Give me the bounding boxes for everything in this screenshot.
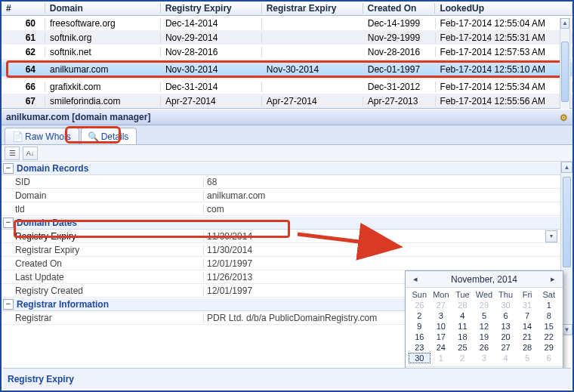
calendar-day[interactable]: 12 bbox=[474, 321, 495, 332]
calendar-day[interactable]: 27 bbox=[495, 342, 517, 353]
calendar-day[interactable]: 6 bbox=[538, 353, 560, 363]
calendar-day[interactable]: 9 bbox=[409, 321, 430, 332]
calendar-day[interactable]: 19 bbox=[474, 332, 495, 342]
calendar-day[interactable]: 17 bbox=[430, 332, 452, 342]
calendar-day[interactable]: 28 bbox=[452, 300, 474, 310]
table-row[interactable]: 62softnik.netNov-28-2016Nov-28-2016Feb-1… bbox=[2, 45, 572, 59]
weekday-header: Sun bbox=[409, 289, 430, 300]
calendar-day[interactable]: 29 bbox=[538, 342, 560, 353]
calendar-day[interactable]: 21 bbox=[517, 332, 539, 342]
prop-row-tld[interactable]: tld com bbox=[2, 202, 560, 216]
calendar-day[interactable]: 20 bbox=[495, 332, 517, 342]
prop-val-registrar-expiry[interactable]: 11/30/2014 bbox=[204, 245, 560, 255]
calendar-day[interactable]: 6 bbox=[495, 310, 517, 321]
alphabetical-view-button[interactable]: A↓ bbox=[23, 147, 38, 160]
cell-number: 66 bbox=[2, 82, 45, 92]
calendar-day[interactable]: 29 bbox=[474, 300, 495, 310]
scroll-thumb[interactable] bbox=[563, 177, 571, 267]
calendar-day[interactable]: 4 bbox=[452, 310, 474, 321]
date-picker-grid: SunMonTueWedThuFriSat2627282930311234567… bbox=[406, 288, 563, 366]
weekday-header: Fri bbox=[517, 289, 539, 300]
cell-lookedup: Feb-17-2014 12:55:56 AM bbox=[436, 96, 572, 106]
cell-created-on: Nov-29-1999 bbox=[363, 32, 436, 43]
date-picker-popup[interactable]: ◂ November, 2014 ▸ SunMonTueWedThuFriSat… bbox=[405, 270, 563, 381]
calendar-day[interactable]: 7 bbox=[517, 310, 539, 321]
prop-key-created-on: Created On bbox=[2, 258, 204, 269]
calendar-day[interactable]: 8 bbox=[538, 310, 560, 321]
table-row[interactable]: 60freesoftware.orgDec-14-2014Dec-14-1999… bbox=[2, 16, 572, 30]
table-row[interactable]: 64anilkumar.comNov-30-2014Nov-30-2014Dec… bbox=[2, 62, 572, 76]
calendar-day[interactable]: 30 bbox=[409, 353, 430, 363]
calendar-day[interactable]: 10 bbox=[430, 321, 452, 332]
collapse-icon[interactable]: − bbox=[3, 299, 14, 310]
calendar-day[interactable]: 5 bbox=[517, 353, 539, 363]
calendar-day[interactable]: 16 bbox=[409, 332, 430, 342]
cell-registrar-expiry: Nov-30-2014 bbox=[262, 64, 363, 75]
calendar-day[interactable]: 25 bbox=[452, 342, 474, 353]
section-title: anilkumar.com [domain manager] bbox=[6, 112, 150, 122]
cell-domain: smileforindia.com bbox=[45, 96, 161, 106]
calendar-day[interactable]: 18 bbox=[452, 332, 474, 342]
category-domain-records[interactable]: − Domain Records bbox=[2, 162, 560, 175]
col-header-domain[interactable]: Domain bbox=[45, 3, 161, 14]
prop-val-domain[interactable]: anilkumar.com bbox=[204, 190, 560, 201]
scroll-up-icon[interactable]: ▲ bbox=[560, 18, 569, 29]
calendar-day[interactable]: 26 bbox=[409, 300, 430, 310]
prev-month-button[interactable]: ◂ bbox=[410, 274, 421, 284]
calendar-day[interactable]: 11 bbox=[452, 321, 474, 332]
calendar-day[interactable]: 5 bbox=[474, 310, 495, 321]
calendar-day[interactable]: 31 bbox=[517, 300, 539, 310]
prop-row-registrar-expiry[interactable]: Registrar Expiry 11/30/2014 bbox=[2, 243, 560, 257]
col-header-lookedup[interactable]: LookedUp bbox=[435, 3, 572, 14]
calendar-day[interactable]: 3 bbox=[430, 310, 452, 321]
dropdown-button[interactable]: ▾ bbox=[545, 230, 557, 242]
calendar-day[interactable]: 1 bbox=[430, 353, 452, 363]
cell-lookedup: Feb-17-2014 12:55:31 AM bbox=[436, 32, 572, 43]
col-header-registrar-expiry[interactable]: Registrar Expiry bbox=[262, 3, 363, 14]
table-row[interactable]: 61softnik.orgNov-29-2014Nov-29-1999Feb-1… bbox=[2, 30, 572, 45]
calendar-day[interactable]: 13 bbox=[495, 321, 517, 332]
calendar-day[interactable]: 14 bbox=[517, 321, 539, 332]
tab-raw-whois[interactable]: 📄 Raw Whois bbox=[5, 128, 79, 144]
gear-icon[interactable]: ⚙ bbox=[557, 112, 569, 124]
cell-registry-expiry: Dec-14-2014 bbox=[161, 18, 262, 29]
prop-val-created-on[interactable]: 12/01/1997 bbox=[204, 258, 560, 269]
scroll-thumb[interactable] bbox=[561, 42, 569, 102]
domains-grid: # Domain Registry Expiry Registrar Expir… bbox=[2, 2, 572, 109]
calendar-day[interactable]: 27 bbox=[430, 300, 452, 310]
next-month-button[interactable]: ▸ bbox=[548, 274, 558, 284]
app-window: # Domain Registry Expiry Registrar Expir… bbox=[0, 0, 574, 392]
calendar-day[interactable]: 22 bbox=[538, 332, 560, 342]
calendar-day[interactable]: 2 bbox=[409, 310, 430, 321]
collapse-icon[interactable]: − bbox=[3, 163, 14, 174]
col-header-number[interactable]: # bbox=[2, 3, 45, 14]
cell-lookedup: Feb-17-2014 12:55:34 AM bbox=[436, 82, 572, 92]
calendar-day[interactable]: 2 bbox=[452, 353, 474, 363]
date-picker-title[interactable]: November, 2014 bbox=[451, 274, 517, 285]
prop-key-registrar-expiry: Registrar Expiry bbox=[2, 245, 204, 255]
calendar-day[interactable]: 24 bbox=[430, 342, 452, 353]
table-row[interactable]: 67smileforindia.comApr-27-2014Apr-27-201… bbox=[2, 94, 572, 108]
calendar-day[interactable]: 30 bbox=[495, 300, 517, 310]
col-header-created-on[interactable]: Created On bbox=[363, 3, 436, 14]
cell-registry-expiry: Nov-28-2016 bbox=[161, 47, 262, 57]
calendar-day[interactable]: 28 bbox=[517, 342, 539, 353]
tab-details[interactable]: 🔍 Details bbox=[81, 128, 137, 144]
prop-val-sid[interactable]: 68 bbox=[204, 177, 560, 187]
prop-row-domain[interactable]: Domain anilkumar.com bbox=[2, 189, 560, 202]
prop-val-tld[interactable]: com bbox=[204, 204, 560, 215]
calendar-day[interactable]: 3 bbox=[474, 353, 495, 363]
table-row[interactable]: 66grafixkit.comDec-31-2014Dec-31-2012Feb… bbox=[2, 79, 572, 94]
calendar-day[interactable]: 23 bbox=[409, 342, 430, 353]
calendar-day[interactable]: 26 bbox=[474, 342, 495, 353]
cell-registry-expiry: Nov-29-2014 bbox=[161, 32, 262, 43]
calendar-day[interactable]: 15 bbox=[538, 321, 560, 332]
prop-row-created-on[interactable]: Created On 12/01/1997 bbox=[2, 257, 560, 270]
calendar-day[interactable]: 1 bbox=[538, 300, 560, 310]
weekday-header: Tue bbox=[452, 289, 474, 300]
prop-row-sid[interactable]: SID 68 bbox=[2, 175, 560, 189]
scroll-up-icon[interactable]: ▲ bbox=[561, 162, 572, 173]
categorized-view-button[interactable]: ☰ bbox=[5, 147, 20, 160]
col-header-registry-expiry[interactable]: Registry Expiry bbox=[161, 3, 262, 14]
calendar-day[interactable]: 4 bbox=[495, 353, 517, 363]
